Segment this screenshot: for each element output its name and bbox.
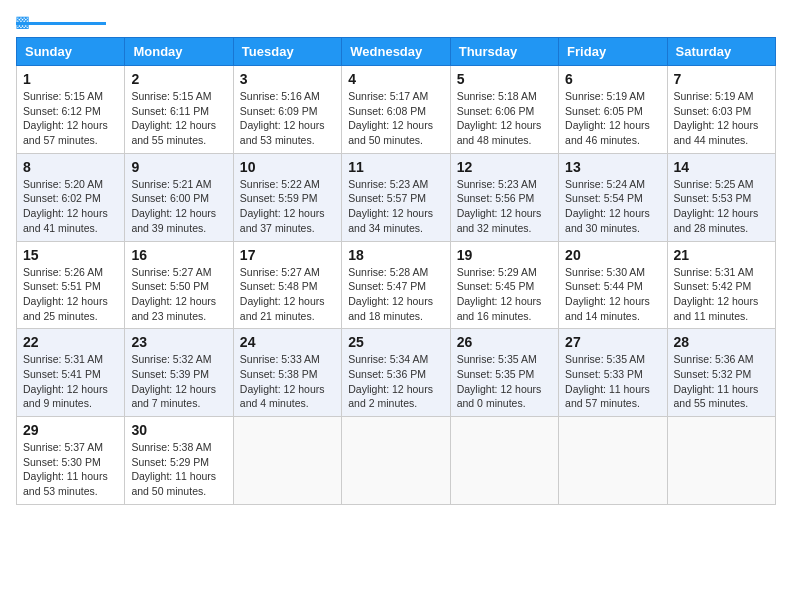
day-info: Sunrise: 5:21 AM Sunset: 6:00 PM Dayligh… — [131, 177, 226, 236]
calendar-table: SundayMondayTuesdayWednesdayThursdayFrid… — [16, 37, 776, 505]
day-info: Sunrise: 5:26 AM Sunset: 5:51 PM Dayligh… — [23, 265, 118, 324]
calendar-cell: 24 Sunrise: 5:33 AM Sunset: 5:38 PM Dayl… — [233, 329, 341, 417]
calendar-cell: 10 Sunrise: 5:22 AM Sunset: 5:59 PM Dayl… — [233, 153, 341, 241]
calendar-body: 1 Sunrise: 5:15 AM Sunset: 6:12 PM Dayli… — [17, 66, 776, 505]
calendar-cell: 13 Sunrise: 5:24 AM Sunset: 5:54 PM Dayl… — [559, 153, 667, 241]
calendar-cell: 20 Sunrise: 5:30 AM Sunset: 5:44 PM Dayl… — [559, 241, 667, 329]
calendar-cell: 1 Sunrise: 5:15 AM Sunset: 6:12 PM Dayli… — [17, 66, 125, 154]
day-info: Sunrise: 5:23 AM Sunset: 5:56 PM Dayligh… — [457, 177, 552, 236]
day-info: Sunrise: 5:31 AM Sunset: 5:42 PM Dayligh… — [674, 265, 769, 324]
day-info: Sunrise: 5:33 AM Sunset: 5:38 PM Dayligh… — [240, 352, 335, 411]
day-info: Sunrise: 5:28 AM Sunset: 5:47 PM Dayligh… — [348, 265, 443, 324]
week-row-3: 15 Sunrise: 5:26 AM Sunset: 5:51 PM Dayl… — [17, 241, 776, 329]
calendar-cell: 3 Sunrise: 5:16 AM Sunset: 6:09 PM Dayli… — [233, 66, 341, 154]
calendar-cell — [667, 417, 775, 505]
day-info: Sunrise: 5:23 AM Sunset: 5:57 PM Dayligh… — [348, 177, 443, 236]
day-number: 1 — [23, 71, 118, 87]
column-header-friday: Friday — [559, 38, 667, 66]
day-number: 24 — [240, 334, 335, 350]
calendar-cell: 25 Sunrise: 5:34 AM Sunset: 5:36 PM Dayl… — [342, 329, 450, 417]
day-number: 6 — [565, 71, 660, 87]
calendar-cell: 9 Sunrise: 5:21 AM Sunset: 6:00 PM Dayli… — [125, 153, 233, 241]
column-header-saturday: Saturday — [667, 38, 775, 66]
day-number: 28 — [674, 334, 769, 350]
day-number: 30 — [131, 422, 226, 438]
calendar-cell: 21 Sunrise: 5:31 AM Sunset: 5:42 PM Dayl… — [667, 241, 775, 329]
calendar-cell: 7 Sunrise: 5:19 AM Sunset: 6:03 PM Dayli… — [667, 66, 775, 154]
calendar-cell: 8 Sunrise: 5:20 AM Sunset: 6:02 PM Dayli… — [17, 153, 125, 241]
day-number: 13 — [565, 159, 660, 175]
day-number: 18 — [348, 247, 443, 263]
calendar-cell — [559, 417, 667, 505]
column-header-thursday: Thursday — [450, 38, 558, 66]
day-info: Sunrise: 5:37 AM Sunset: 5:30 PM Dayligh… — [23, 440, 118, 499]
column-header-wednesday: Wednesday — [342, 38, 450, 66]
calendar-cell: 27 Sunrise: 5:35 AM Sunset: 5:33 PM Dayl… — [559, 329, 667, 417]
calendar-cell: 19 Sunrise: 5:29 AM Sunset: 5:45 PM Dayl… — [450, 241, 558, 329]
day-number: 10 — [240, 159, 335, 175]
day-number: 14 — [674, 159, 769, 175]
calendar-cell: 30 Sunrise: 5:38 AM Sunset: 5:29 PM Dayl… — [125, 417, 233, 505]
column-header-sunday: Sunday — [17, 38, 125, 66]
calendar-cell: 14 Sunrise: 5:25 AM Sunset: 5:53 PM Dayl… — [667, 153, 775, 241]
day-info: Sunrise: 5:15 AM Sunset: 6:12 PM Dayligh… — [23, 89, 118, 148]
day-number: 2 — [131, 71, 226, 87]
day-info: Sunrise: 5:38 AM Sunset: 5:29 PM Dayligh… — [131, 440, 226, 499]
day-number: 9 — [131, 159, 226, 175]
calendar-cell: 6 Sunrise: 5:19 AM Sunset: 6:05 PM Dayli… — [559, 66, 667, 154]
day-number: 4 — [348, 71, 443, 87]
day-info: Sunrise: 5:20 AM Sunset: 6:02 PM Dayligh… — [23, 177, 118, 236]
page-header: ▩ — [16, 16, 776, 25]
day-info: Sunrise: 5:15 AM Sunset: 6:11 PM Dayligh… — [131, 89, 226, 148]
day-info: Sunrise: 5:19 AM Sunset: 6:05 PM Dayligh… — [565, 89, 660, 148]
day-info: Sunrise: 5:35 AM Sunset: 5:35 PM Dayligh… — [457, 352, 552, 411]
day-number: 27 — [565, 334, 660, 350]
day-number: 11 — [348, 159, 443, 175]
calendar-cell: 18 Sunrise: 5:28 AM Sunset: 5:47 PM Dayl… — [342, 241, 450, 329]
column-header-tuesday: Tuesday — [233, 38, 341, 66]
day-number: 12 — [457, 159, 552, 175]
day-info: Sunrise: 5:25 AM Sunset: 5:53 PM Dayligh… — [674, 177, 769, 236]
day-number: 7 — [674, 71, 769, 87]
day-number: 25 — [348, 334, 443, 350]
day-info: Sunrise: 5:18 AM Sunset: 6:06 PM Dayligh… — [457, 89, 552, 148]
day-info: Sunrise: 5:22 AM Sunset: 5:59 PM Dayligh… — [240, 177, 335, 236]
calendar-cell: 11 Sunrise: 5:23 AM Sunset: 5:57 PM Dayl… — [342, 153, 450, 241]
logo-bird-icon: ▩ — [15, 12, 30, 31]
day-info: Sunrise: 5:17 AM Sunset: 6:08 PM Dayligh… — [348, 89, 443, 148]
day-info: Sunrise: 5:19 AM Sunset: 6:03 PM Dayligh… — [674, 89, 769, 148]
calendar-cell — [233, 417, 341, 505]
calendar-cell: 4 Sunrise: 5:17 AM Sunset: 6:08 PM Dayli… — [342, 66, 450, 154]
week-row-5: 29 Sunrise: 5:37 AM Sunset: 5:30 PM Dayl… — [17, 417, 776, 505]
day-number: 8 — [23, 159, 118, 175]
day-info: Sunrise: 5:27 AM Sunset: 5:48 PM Dayligh… — [240, 265, 335, 324]
day-info: Sunrise: 5:27 AM Sunset: 5:50 PM Dayligh… — [131, 265, 226, 324]
column-header-monday: Monday — [125, 38, 233, 66]
day-number: 19 — [457, 247, 552, 263]
day-number: 29 — [23, 422, 118, 438]
calendar-cell: 29 Sunrise: 5:37 AM Sunset: 5:30 PM Dayl… — [17, 417, 125, 505]
day-info: Sunrise: 5:34 AM Sunset: 5:36 PM Dayligh… — [348, 352, 443, 411]
day-info: Sunrise: 5:29 AM Sunset: 5:45 PM Dayligh… — [457, 265, 552, 324]
week-row-4: 22 Sunrise: 5:31 AM Sunset: 5:41 PM Dayl… — [17, 329, 776, 417]
calendar-cell: 15 Sunrise: 5:26 AM Sunset: 5:51 PM Dayl… — [17, 241, 125, 329]
calendar-cell: 26 Sunrise: 5:35 AM Sunset: 5:35 PM Dayl… — [450, 329, 558, 417]
day-info: Sunrise: 5:31 AM Sunset: 5:41 PM Dayligh… — [23, 352, 118, 411]
week-row-1: 1 Sunrise: 5:15 AM Sunset: 6:12 PM Dayli… — [17, 66, 776, 154]
day-number: 20 — [565, 247, 660, 263]
day-info: Sunrise: 5:36 AM Sunset: 5:32 PM Dayligh… — [674, 352, 769, 411]
calendar-cell — [342, 417, 450, 505]
day-number: 26 — [457, 334, 552, 350]
day-info: Sunrise: 5:35 AM Sunset: 5:33 PM Dayligh… — [565, 352, 660, 411]
calendar-cell: 28 Sunrise: 5:36 AM Sunset: 5:32 PM Dayl… — [667, 329, 775, 417]
calendar-cell: 22 Sunrise: 5:31 AM Sunset: 5:41 PM Dayl… — [17, 329, 125, 417]
calendar-cell: 12 Sunrise: 5:23 AM Sunset: 5:56 PM Dayl… — [450, 153, 558, 241]
day-info: Sunrise: 5:24 AM Sunset: 5:54 PM Dayligh… — [565, 177, 660, 236]
day-number: 3 — [240, 71, 335, 87]
calendar-cell: 17 Sunrise: 5:27 AM Sunset: 5:48 PM Dayl… — [233, 241, 341, 329]
day-number: 5 — [457, 71, 552, 87]
day-info: Sunrise: 5:16 AM Sunset: 6:09 PM Dayligh… — [240, 89, 335, 148]
logo: ▩ — [16, 20, 106, 25]
day-number: 21 — [674, 247, 769, 263]
day-number: 17 — [240, 247, 335, 263]
